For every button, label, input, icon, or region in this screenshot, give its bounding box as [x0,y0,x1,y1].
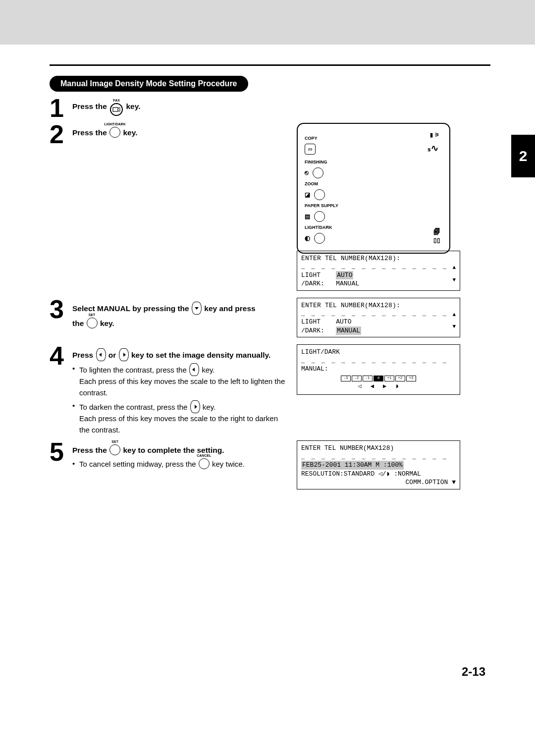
lcd-line: COMM.OPTION [406,479,448,486]
density-scale: -3 -2 -1 0 +1 +2 +3 [301,376,456,381]
set-key-icon: SET [87,318,98,328]
bullet-text: key twice. [212,460,245,468]
step-text: key and press [204,304,255,313]
zoom-button-icon [314,189,325,200]
battery-icon: ▮ ⚞ [430,132,439,138]
step-text: Select MANUAL by pressing the [72,304,191,313]
page-body: Manual Image Density Mode Setting Proced… [0,45,535,694]
set-label: SET [111,439,118,445]
lcd-line: /DARK: [301,327,324,334]
lcd-highlight: FEB25-2001 11:30AM M :100% [301,461,404,470]
procedure-title-pill: Manual Image Density Mode Setting Proced… [50,76,248,92]
cancel-key-icon: CANCEL [199,458,210,469]
paper-supply-icon: ▤ [305,213,310,220]
top-gray-band [0,0,535,45]
down-key-icon [192,302,202,315]
lcd-line: ENTER TEL NUMBER(MAX128) [301,444,394,452]
right-arrow-icon: ▶ [383,382,386,390]
step-number: 1 [50,97,72,120]
lcd-line: :NORMAL [394,470,421,478]
bullet-text: key. [203,403,215,411]
right-key-icon [190,400,200,413]
lcd-line: LIGHT [301,271,321,279]
scale-cell: +1 [384,376,394,381]
set-key-icon: SET [109,444,120,455]
control-panel-diagram: ▮ ⚞ COPY ▭ ₛ∿ FINISHING ⎋ ZOOM ◪ PAPER [297,123,450,254]
right-key-icon [119,348,129,361]
lcd-display-1: ENTER TEL NUMBER(MAX128): _ _ _ _ _ _ _ … [297,251,460,291]
bullet-text: To cancel setting midway, press the [79,460,198,468]
step-text: or [108,351,118,359]
step-4: 4 Press or key to set the image density … [50,344,290,437]
horizontal-rule [50,64,490,66]
lcd-display-3: LIGHT/DARK _ _ _ _ _ _ _ _ _ _ _ _ _ _ _… [297,344,460,394]
step-number: 5 [50,440,72,464]
panel-zoom-label: ZOOM [305,181,318,186]
step-5: 5 Press the SET key to complete the sett… [50,440,290,472]
step-1: 1 Press the FAX key. [50,97,490,120]
step-text: the [72,319,86,327]
bullet-text: key. [202,366,214,374]
left-arrow-icon: ◀ [371,382,374,390]
finishing-icon: ⎋ [305,169,309,176]
step-text: Press the [72,446,109,454]
lcd-line: LIGHT [301,318,321,325]
lcd-line: /DARK: [301,280,324,287]
step-number: 3 [50,298,72,321]
up-arrow-icon: ▲ [452,312,456,318]
lcd-line: AUTO [336,318,351,325]
contrast-icon: ◐ [305,234,310,242]
scale-cell: -3 [341,376,351,381]
lcd-line: MANUAL: [301,365,328,373]
light-dark-button-icon [314,233,325,244]
bullet-text: To darken the contrast, press the [79,403,190,411]
down-arrow-icon: ▼ [452,276,456,284]
step-3: 3 Select MANUAL by pressing the key and … [50,298,290,329]
panel-paper-supply-label: PAPER SUPPLY [305,203,338,208]
lcd-line: ENTER TEL NUMBER(MAX128): [301,302,400,309]
paper-supply-button-icon [314,211,325,222]
lcd-highlight: AUTO [336,271,353,280]
lcd-highlight: MANUAL [336,326,361,335]
fax-key-icon: FAX [110,103,123,116]
lcd-line: RESOLUTION:STANDARD [301,470,374,478]
fax-label: FAX [113,98,120,104]
step-number: 4 [50,344,72,368]
step-text: Press the [72,102,109,110]
step-text: key. [126,102,140,110]
bullet-detail: Each press of this key moves the scale t… [79,376,290,398]
svg-rect-0 [113,108,118,111]
lcd-display-4: ENTER TEL NUMBER(MAX128) _ _ _ _ _ _ _ _… [297,440,460,489]
left-key-icon [96,348,106,361]
step-text: Press [72,351,96,359]
lcd-line: ENTER TEL NUMBER(MAX128): [301,255,400,262]
contrast-dark-icon: ◗ [395,382,399,390]
left-key-icon [189,363,199,376]
step-text: key. [100,319,114,327]
step-text: key. [123,128,137,137]
scale-cell: -1 [363,376,373,381]
bullet-text: To lighten the contrast, press the [79,366,189,374]
page-number: 2-13 [50,665,485,679]
contrast-light-icon: ◁ [358,382,362,390]
bullet-item: To darken the contrast, press the key. E… [79,400,290,435]
finishing-button-icon [313,167,323,178]
lcd-line: MANUAL [336,280,359,287]
panel-finishing-label: FINISHING [305,160,327,164]
scale-cell: +2 [395,376,405,381]
copy-page-icon: ▭ [305,144,316,155]
light-dark-label: LIGHT/DARK [105,122,126,127]
zoom-icon: ◪ [305,191,310,198]
lcd-display-2: ENTER TEL NUMBER(MAX128): _ _ _ _ _ _ _ … [297,298,460,338]
down-arrow-icon: ▼ [452,323,456,330]
step-text: key to set the image density manually. [131,351,270,359]
step-text: Press the [72,128,109,137]
set-label: SET [89,313,96,318]
cancel-label: CANCEL [197,453,211,459]
bullet-item: To lighten the contrast, press the key. … [79,363,290,398]
scale-cell-center: 0 [374,376,383,381]
sound-icon: ₛ∿ [428,143,438,154]
bullet-detail: Each press of this key moves the scale t… [79,413,290,435]
scale-cell: +3 [406,376,416,381]
lcd-line: LIGHT/DARK [301,348,340,356]
